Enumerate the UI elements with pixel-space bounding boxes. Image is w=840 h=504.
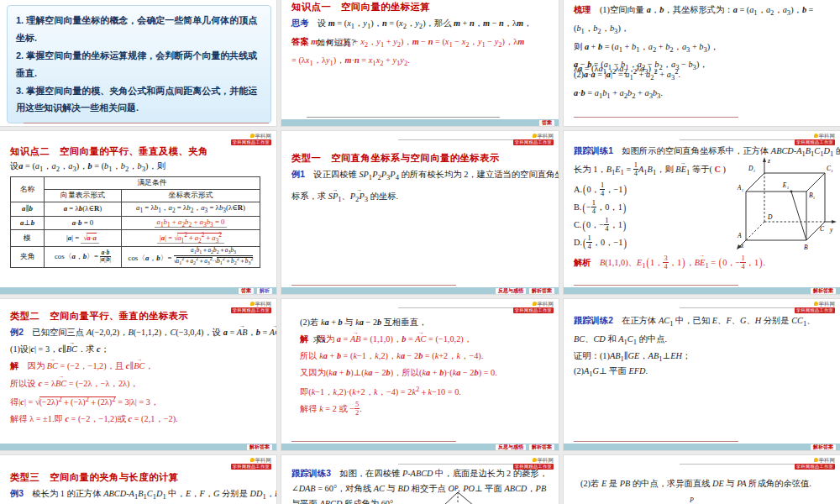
- answer-button[interactable]: 解析答案: [529, 444, 554, 450]
- xkw-logo: 学科网 学科网精品工作室: [231, 133, 271, 145]
- logo-banner: 学科网精品工作室: [231, 464, 271, 470]
- table-cell: a∥b: [11, 202, 45, 216]
- table-cell: cos〈a，b〉= a1b1＋a2b2＋a3b3√a12＋a22＋a32·√b1…: [122, 246, 260, 267]
- logo-banner: 学科网精品工作室: [795, 464, 835, 470]
- answer-button[interactable]: 解析答案: [247, 444, 272, 450]
- text-line: 解得 k = 2 或 −52.: [300, 401, 549, 417]
- table-cell: 模: [11, 230, 45, 247]
- table-cell: a⊥b: [11, 216, 45, 230]
- logo-icon: [814, 302, 818, 306]
- divider-line: [291, 441, 456, 442]
- vertex-label: C: [820, 225, 825, 233]
- slide-5-type-1[interactable]: 学科网 学科网精品工作室 类型一 空间直角坐标系与空间向量的坐标表示 例1 设正…: [281, 131, 559, 294]
- text-line: 例3 棱长为 1 的正方体 ABCD-A1B1C1D1 中，E，F，G 分别是 …: [10, 486, 266, 504]
- text-line: a·b = a1b1 + a2b2 + a3b3.: [574, 85, 830, 103]
- slide-9-practice-2[interactable]: 学科网 学科网精品工作室 跟踪训练2 在正方体 AC1 中，已知 E、F、G、H…: [564, 299, 840, 450]
- text-line: 例2 已知空间三点 A(−2,0,2)，B(−1,1,2)，C(−3,0,4)，…: [10, 324, 266, 341]
- logo-banner: 学科网精品工作室: [513, 139, 554, 145]
- divider-line: [291, 285, 456, 286]
- slide-10-type-3[interactable]: 学科网 学科网精品工作室 类型三 空间向量的夹角与长度的计算 例3 棱长为 1 …: [0, 455, 276, 504]
- objective-line: 3. 掌握空间向量的模、夹角公式和两点间距离公式，并能运用这些知识解决一些相关问…: [16, 82, 262, 118]
- vertex-label: A₁: [737, 184, 744, 192]
- slide-1-objectives[interactable]: 1. 理解空间向量坐标的概念，会确定一些简单几何体的顶点坐标. 2. 掌握空间向…: [0, 0, 276, 126]
- divider-line: [307, 117, 500, 118]
- slide-3-shuli[interactable]: 梳理 (1)空间向量 a，b，其坐标形式为：a = (a1，a2，a3)，b =…: [564, 0, 840, 126]
- logo-brand: 学科网: [819, 301, 836, 307]
- logo-banner: 学科网精品工作室: [231, 139, 271, 145]
- slide-11-practice-3[interactable]: 学科网 学科网精品工作室 跟踪训练3 如图，在四棱锥 P-ABCD 中，底面是边…: [281, 455, 559, 504]
- logo-brand: 学科网: [538, 133, 554, 139]
- xkw-logo: 学科网 学科网精品工作室: [513, 457, 554, 470]
- objective-line: 2. 掌握空间向量的坐标运算规律，会判断两个向量的共线或垂直.: [16, 47, 262, 82]
- objective-line: 1. 理解空间向量坐标的概念，会确定一些简单几何体的顶点坐标.: [16, 12, 262, 47]
- divider-line: [574, 285, 738, 286]
- section-title: 类型三 空间向量的夹角与长度的计算: [10, 469, 266, 486]
- slide-footer-bar: 反思与感悟 解析答案: [281, 287, 559, 294]
- apex-label: P: [454, 485, 459, 492]
- section-title: 类型二 空间向量平行、垂直的坐标表示: [10, 307, 266, 324]
- vertex-label: D: [767, 213, 773, 221]
- divider-line: [574, 117, 738, 118]
- logo-brand: 学科网: [819, 457, 836, 463]
- text-line: 设a = (a1，a2，a3)，b = (b1，b2，b3)，则: [10, 160, 266, 175]
- xkw-logo: 学科网 学科网精品工作室: [795, 457, 835, 470]
- text-line: 例1 设正四棱锥 SP1P2P3P4 的所有棱长均为 2，建立适当的空间直角坐: [291, 166, 549, 185]
- logo-icon: [250, 302, 255, 306]
- text-line: 解求k. 因为 a = AB = (1,1,0)，b = AC = (−1,0,…: [300, 331, 549, 348]
- logo-brand: 学科网: [538, 301, 554, 307]
- answer-button[interactable]: 答案: [239, 288, 254, 294]
- slide-handout-grid: 1. 理解空间向量坐标的概念，会确定一些简单几何体的顶点坐标. 2. 掌握空间向…: [0, 0, 840, 504]
- text-line: 解 因为 BC = (−2，−1,2)，且 c∥BC，: [10, 358, 266, 375]
- slide-6-practice-1[interactable]: 学科网 学科网精品工作室 跟踪训练1 如图所示的空间直角坐标系中，正方体 ABC…: [564, 131, 840, 294]
- text-line: (2)若 ka + b 与 ka − 2b 互相垂直，: [300, 314, 549, 331]
- reflect-button[interactable]: 反思与感悟: [496, 288, 526, 294]
- answer-button[interactable]: 解析答案: [811, 444, 836, 450]
- slide-footer-bar: 答案 解析: [0, 287, 276, 294]
- table-cell: |a| = √a12＋a22＋a32: [122, 230, 260, 247]
- slide-footer-bar: 答案: [281, 119, 559, 126]
- logo-icon: [250, 134, 255, 138]
- logo-icon: [533, 302, 537, 306]
- text-line: ∠DAB = 60°，对角线 AC 与 BD 相交于点 O，PO⊥ 平面 ABC…: [291, 481, 549, 496]
- table-cell: a = λb(λ∈R): [45, 202, 122, 216]
- axis-label: z: [767, 157, 770, 165]
- table-cell: cos〈a，b〉= a·b|a||b|: [45, 246, 122, 267]
- slide-12-practice-3-part-2[interactable]: 学科网 学科网精品工作室 (2)若 E 是 PB 的中点，求异面直线 DE 与 …: [564, 455, 840, 504]
- text-line: 与平面 ABCD 所成角为 60°.: [291, 496, 549, 504]
- text-line: (b1，b2，b3)，: [574, 20, 830, 39]
- slide-7-type-2[interactable]: 学科网 学科网精品工作室 类型二 空间向量平行、垂直的坐标表示 例2 已知空间三…: [0, 299, 276, 450]
- text-line: 解得 λ = ±1.即 c = (−2，−1,2)或 c = (2,1，−2).: [10, 411, 266, 428]
- slide-2-knowledge-1[interactable]: 知识点一 空间向量的坐标运算 思考 设 m = (x1，y1)，n = (x2，…: [281, 0, 559, 126]
- text-line: = (λx1，λy1)，m·n = x1x2 + y1y2.: [291, 52, 549, 71]
- text-line: (2)A1G⊥ 平面 EFD.: [574, 365, 830, 380]
- slide-4-knowledge-2[interactable]: 学科网 学科网精品工作室 知识点二 空间向量的平行、垂直及模、夹角 设a = (…: [0, 131, 276, 294]
- xkw-logo: 学科网 学科网精品工作室: [513, 133, 554, 145]
- table-cell: a1b1 + a2b2 + a3b3 = 0: [122, 216, 260, 230]
- analysis-button[interactable]: 解析: [257, 288, 272, 294]
- answer-button[interactable]: 解析答案: [529, 288, 554, 294]
- slide-8-example-2-part-2[interactable]: 学科网 学科网精品工作室 (2)若 ka + b 与 ka − 2b 互相垂直，…: [281, 299, 559, 450]
- text-line: 标系，求 SP1、P2P3 的坐标.: [291, 188, 549, 207]
- vertex-label: B₁: [809, 192, 816, 199]
- answer-button[interactable]: 解析答案: [811, 288, 836, 294]
- section-title: 知识点二 空间向量的平行、垂直及模、夹角: [10, 143, 266, 160]
- vertex-label: C₁: [827, 165, 833, 172]
- vertex-label: A: [737, 232, 742, 239]
- text-line: 则 a + b = (a1 + b1，a2 + b2，a3 + b3)，: [574, 39, 830, 57]
- table-cell: a·b = 0: [45, 216, 122, 230]
- logo-icon: [814, 134, 818, 138]
- answer-button[interactable]: 答案: [539, 120, 554, 126]
- xkw-logo: 学科网 学科网精品工作室: [231, 457, 271, 470]
- logo-icon: [533, 458, 537, 462]
- logo-banner: 学科网精品工作室: [513, 464, 554, 470]
- table-cell: a1 = λb1，a2 = λb2，a3 = λb3(λ∈R): [122, 202, 260, 216]
- divider-line: [574, 441, 738, 442]
- table-cell: |a| = √a·a: [45, 230, 122, 247]
- th-coordinate-form: 坐标表示形式: [122, 190, 260, 202]
- reflect-button[interactable]: 反思与感悟: [496, 444, 526, 450]
- table-cell: 夹角: [11, 246, 45, 267]
- text-line: 跟踪训练3 如图，在四棱锥 P-ABCD 中，底面是边长为 2 的菱形，: [291, 466, 549, 481]
- section-title: 知识点一 空间向量的坐标运算: [291, 0, 549, 15]
- logo-icon: [533, 134, 537, 138]
- xkw-logo: 学科网 学科网精品工作室: [513, 301, 554, 313]
